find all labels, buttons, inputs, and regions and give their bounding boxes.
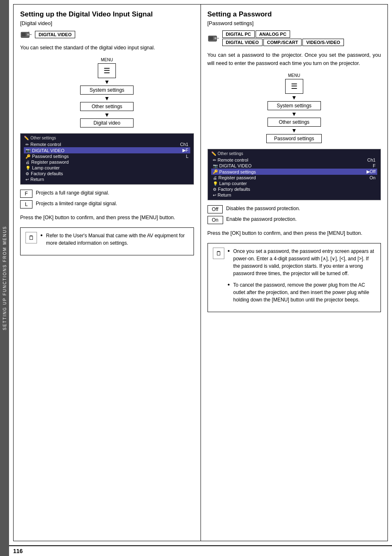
left-menu-icon: ☰ xyxy=(98,63,116,78)
right-column: Setting a Password [Password settings] xyxy=(201,5,388,541)
left-menu-screen-title: ✏️ Other settings xyxy=(24,136,190,140)
input-box: VIDEO/S-VIDEO xyxy=(302,39,344,46)
svg-rect-7 xyxy=(209,37,213,40)
menu-row-label: 💡 Lamp counter xyxy=(25,165,60,170)
option-key: Off xyxy=(208,205,223,213)
left-note-list: Refer to the User's Manual that came wit… xyxy=(40,232,189,251)
svg-point-3 xyxy=(28,34,29,35)
menu-row-label: 🖨 Register password xyxy=(213,175,256,180)
menu-row-icon: 📷 xyxy=(213,164,218,168)
right-menu-screen: ✏️ Other settings ✏ Remote controlCh1📷 D… xyxy=(208,149,381,200)
menu-row-icon: 🖨 xyxy=(213,176,217,180)
option-desc: Projects a full range digital signal. xyxy=(36,190,194,197)
option-desc: Projects a limited range digital signal. xyxy=(36,200,194,207)
menu-row: ⚙ Factory defaults xyxy=(211,186,378,192)
option-key: F xyxy=(20,190,32,198)
svg-point-9 xyxy=(214,37,216,39)
input-box: DIGITAL PC xyxy=(222,30,255,38)
left-menu-screen: ✏️ Other settings ✏ Remote controlCh1📷 D… xyxy=(20,133,194,185)
left-input-selector: DIGITAL VIDEO xyxy=(20,30,194,39)
left-arrow-2: ▼ xyxy=(104,95,110,101)
menu-row: ⚙ Factory defaults xyxy=(24,171,190,176)
left-title: Setting up the Digital Video Input Signa… xyxy=(20,10,194,19)
menu-row: ↩ Return xyxy=(211,192,378,198)
menu-row-value: Ch1 xyxy=(367,158,376,162)
option-row: OnEnable the password protection. xyxy=(208,216,381,224)
sidebar-label: SETTING UP FUNCTIONS FROM MENUS xyxy=(0,0,9,556)
menu-row: ✏ Remote controlCh1 xyxy=(211,157,378,163)
right-menu-screen-title: ✏️ Other settings xyxy=(211,151,378,156)
option-desc: Enable the password protection. xyxy=(226,216,381,223)
right-projector-icon xyxy=(208,34,220,42)
right-flow-diagram: MENU ☰ ▼ System settings ▼ Other setting… xyxy=(208,73,381,143)
left-flow-diagram: MENU ☰ ▼ System settings ▼ Other setting… xyxy=(20,58,194,127)
menu-row-icon: 💡 xyxy=(213,181,218,186)
menu-row: 📷 DIGITAL VIDEO▶F xyxy=(24,147,190,153)
right-input-box-group: DIGITAL PCANALOG PC DIGITAL VIDEOCOMP./S… xyxy=(222,30,344,46)
menu-row: 📷 DIGITAL VIDEOF xyxy=(211,163,378,169)
menu-row-label: ⚙ Factory defaults xyxy=(25,171,63,176)
input-box: COMP./SCART xyxy=(263,39,302,46)
left-note-icon: 🗒 xyxy=(25,232,37,243)
option-row: FProjects a full range digital signal. xyxy=(20,190,194,198)
left-flow-step1: System settings xyxy=(80,86,134,95)
menu-row-icon: 🔑 xyxy=(213,169,218,174)
menu-row-label: 📷 DIGITAL VIDEO xyxy=(213,163,252,168)
menu-row-icon: ⚙ xyxy=(213,187,217,192)
menu-row-label: ⚙ Factory defaults xyxy=(213,187,250,192)
right-flow-step3: Password settings xyxy=(266,134,322,143)
left-options: FProjects a full range digital signal.LP… xyxy=(20,190,194,208)
menu-row-label: 🔑 Password settings xyxy=(213,169,256,174)
right-subtitle: [Password settings] xyxy=(208,20,381,26)
left-body-text: You can select the standard of the digit… xyxy=(20,44,194,52)
left-menu-rows: ✏ Remote controlCh1📷 DIGITAL VIDEO▶F🔑 Pa… xyxy=(24,141,190,182)
left-input-box: DIGITAL VIDEO xyxy=(35,31,75,38)
menu-row: ✏ Remote controlCh1 xyxy=(24,141,190,147)
left-column: Setting up the Digital Video Input Signa… xyxy=(14,5,201,541)
right-arrow-3: ▼ xyxy=(291,127,297,133)
right-input-row2: DIGITAL VIDEOCOMP./SCARTVIDEO/S-VIDEO xyxy=(222,39,344,46)
menu-row-label: 📷 DIGITAL VIDEO xyxy=(25,148,65,153)
menu-row: 💡 Lamp counter xyxy=(24,165,190,171)
right-note-icon: 🗒 xyxy=(213,248,224,259)
right-title: Setting a Password xyxy=(208,10,381,19)
menu-row-icon: 📷 xyxy=(25,148,30,153)
left-menu-label: MENU xyxy=(101,58,113,62)
left-arrow-1: ▼ xyxy=(104,79,110,85)
right-menu-rows: ✏ Remote controlCh1📷 DIGITAL VIDEOF🔑 Pas… xyxy=(211,157,378,198)
page-number: 116 xyxy=(13,548,23,554)
menu-row-label: 💡 Lamp counter xyxy=(213,181,247,186)
menu-row-label: 🔑 Password settings xyxy=(25,154,69,159)
right-note-list: Once you set a password, the password en… xyxy=(228,248,376,308)
right-note-item: Once you set a password, the password en… xyxy=(228,248,376,277)
menu-row: 🔑 Password settingsL xyxy=(24,153,190,159)
option-desc: Disables the password protection. xyxy=(226,205,381,212)
left-arrow-3: ▼ xyxy=(104,112,110,118)
right-menu-screen-title-icon: ✏️ xyxy=(211,151,216,156)
menu-row-icon: 💡 xyxy=(25,166,30,170)
left-confirm-text: Press the [OK] button to confirm, and th… xyxy=(20,213,194,222)
menu-row-value: On xyxy=(369,175,376,180)
right-flow-step2: Other settings xyxy=(267,118,321,127)
option-row: LProjects a limited range digital signal… xyxy=(20,200,194,208)
menu-row-icon: 🔑 xyxy=(25,154,30,159)
menu-row-value: F xyxy=(373,163,376,168)
menu-row-label: 🖨 Register password xyxy=(25,160,69,164)
option-row: OffDisables the password protection. xyxy=(208,205,381,213)
page-footer: 116 xyxy=(9,545,392,556)
menu-row-value: ▶F xyxy=(182,148,189,153)
menu-row-icon: 🖨 xyxy=(25,160,30,164)
menu-row: 💡 Lamp counter xyxy=(211,181,378,186)
right-options: OffDisables the password protection.OnEn… xyxy=(208,205,381,224)
menu-row-value: Ch1 xyxy=(180,142,188,147)
menu-row-value: L xyxy=(186,154,188,159)
input-box: ANALOG PC xyxy=(256,30,290,38)
menu-row-label: ✏ Remote control xyxy=(25,142,61,147)
menu-row: 🖨 Register password xyxy=(24,159,190,165)
left-menu-screen-title-icon: ✏️ xyxy=(24,136,29,140)
left-note-box: 🗒 Refer to the User's Manual that came w… xyxy=(20,227,194,255)
left-flow-step2: Other settings xyxy=(80,102,134,111)
right-note-box: 🗒 Once you set a password, the password … xyxy=(208,243,381,312)
right-input-selector: DIGITAL PCANALOG PC DIGITAL VIDEOCOMP./S… xyxy=(208,30,381,46)
svg-rect-1 xyxy=(22,33,26,37)
